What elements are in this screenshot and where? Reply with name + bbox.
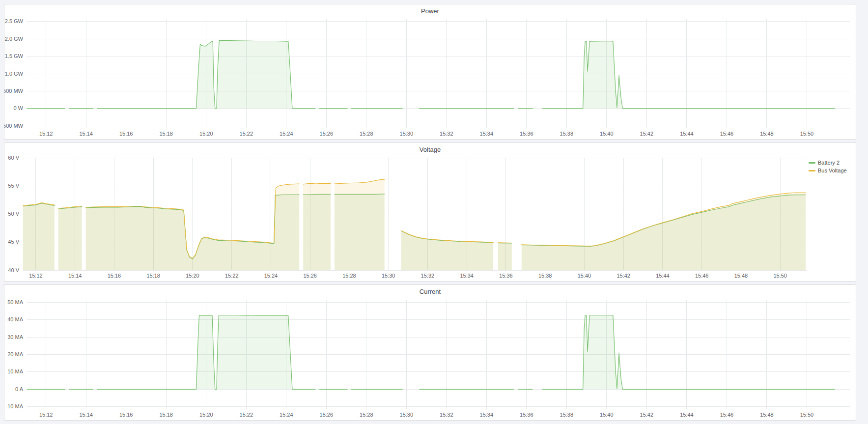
x-tick-label: 15:18 — [159, 412, 173, 418]
power-chart[interactable]: -500 MW0 W500 MW1.0 GW1.5 GW2.0 GW2.5 GW… — [4, 17, 856, 139]
x-tick-label: 15:46 — [720, 131, 734, 137]
chart-svg: -10 MA0 A10 MA20 MA30 MA40 MA50 MA15:121… — [4, 298, 856, 420]
y-tick-label: 1.5 GW — [5, 53, 24, 59]
x-tick-label: 15:20 — [199, 412, 213, 418]
legend-label-bus-voltage: Bus Voltage — [818, 168, 847, 173]
x-tick-label: 15:12 — [39, 412, 53, 418]
x-tick-label: 15:42 — [640, 412, 654, 418]
series-fill-bus-voltage — [58, 206, 82, 271]
x-tick-label: 15:18 — [146, 273, 160, 279]
y-tick-label: 50 V — [8, 211, 19, 217]
x-tick-label: 15:26 — [303, 273, 317, 279]
x-tick-label: 15:26 — [320, 131, 334, 137]
y-tick-label: 60 V — [8, 156, 19, 161]
x-tick-label: 15:22 — [240, 412, 253, 418]
legend-item-battery-2[interactable]: Battery 2 — [809, 160, 840, 166]
x-tick-label: 15:32 — [421, 273, 435, 279]
series-fill-power — [542, 41, 835, 109]
x-tick-label: 15:22 — [240, 131, 253, 137]
series-line-bus-voltage — [498, 243, 512, 243]
x-tick-label: 15:28 — [342, 273, 356, 279]
panel-power-title[interactable]: Power — [4, 4, 856, 17]
x-tick-label: 15:40 — [578, 273, 591, 279]
y-tick-label: -500 MW — [4, 123, 24, 129]
x-tick-label: 15:30 — [400, 412, 414, 418]
x-tick-label: 15:34 — [460, 273, 474, 279]
y-tick-label: 40 V — [8, 267, 19, 273]
x-tick-label: 15:26 — [320, 412, 334, 418]
x-tick-label: 15:16 — [119, 131, 133, 137]
x-tick-label: 15:30 — [382, 273, 395, 279]
series-fill-bus-voltage — [335, 179, 385, 270]
series-fill-bus-voltage — [522, 193, 806, 270]
panel-voltage: Voltage 40 V45 V50 V55 V60 V15:1215:1415… — [4, 142, 856, 282]
x-tick-label: 15:42 — [640, 131, 654, 137]
bus-voltage-series-swatch — [809, 170, 815, 171]
x-tick-label: 15:28 — [360, 131, 373, 137]
x-tick-label: 15:48 — [760, 412, 774, 418]
y-tick-label: 0 W — [13, 105, 23, 111]
x-tick-label: 15:40 — [600, 131, 614, 137]
y-tick-label: 50 MA — [7, 299, 23, 305]
y-tick-label: 2.5 GW — [5, 18, 24, 24]
y-tick-label: 45 V — [8, 239, 19, 245]
y-tick-label: -10 MA — [6, 403, 24, 409]
x-tick-label: 15:24 — [264, 273, 278, 279]
series-fill-current — [97, 315, 315, 390]
x-tick-label: 15:18 — [159, 131, 173, 137]
panel-current-body: -10 MA0 A10 MA20 MA30 MA40 MA50 MA15:121… — [4, 298, 856, 420]
x-tick-label: 15:36 — [520, 131, 533, 137]
panel-power: Power -500 MW0 W500 MW1.0 GW1.5 GW2.0 GW… — [4, 4, 856, 140]
x-tick-label: 15:36 — [499, 273, 513, 279]
voltage-legend: Battery 2 Bus Voltage — [809, 156, 856, 281]
legend-item-bus-voltage[interactable]: Bus Voltage — [809, 168, 847, 173]
chart-svg: -500 MW0 W500 MW1.0 GW1.5 GW2.0 GW2.5 GW… — [4, 17, 856, 139]
y-tick-label: 20 MA — [7, 351, 23, 357]
x-tick-label: 15:44 — [680, 412, 694, 418]
series-fill-bus-voltage — [303, 183, 331, 270]
x-tick-label: 15:14 — [79, 131, 93, 137]
x-tick-label: 15:50 — [800, 131, 814, 137]
x-tick-label: 15:40 — [600, 412, 614, 418]
series-fill-bus-voltage — [23, 203, 55, 270]
series-fill-current — [542, 315, 835, 390]
x-tick-label: 15:50 — [800, 412, 814, 418]
x-tick-label: 15:14 — [79, 412, 93, 418]
y-tick-label: 1.0 GW — [5, 71, 24, 77]
chart-svg: 40 V45 V50 V55 V60 V15:1215:1415:1615:18… — [4, 156, 809, 281]
x-tick-label: 15:48 — [760, 131, 774, 137]
panel-voltage-body: 40 V45 V50 V55 V60 V15:1215:1415:1615:18… — [4, 156, 856, 281]
panel-current-title[interactable]: Current — [4, 285, 856, 298]
x-tick-label: 15:20 — [199, 131, 213, 137]
x-tick-label: 15:50 — [773, 273, 787, 279]
dashboard: Power -500 MW0 W500 MW1.0 GW1.5 GW2.0 GW… — [0, 0, 860, 424]
y-tick-label: 40 MA — [7, 316, 23, 322]
y-tick-label: 2.0 GW — [5, 36, 24, 42]
x-tick-label: 15:38 — [560, 412, 574, 418]
y-tick-label: 10 MA — [7, 368, 23, 374]
x-tick-label: 15:16 — [108, 273, 121, 279]
y-tick-label: 0 A — [15, 386, 24, 392]
x-tick-label: 15:34 — [480, 131, 494, 137]
x-tick-label: 15:12 — [39, 131, 53, 137]
panel-power-body: -500 MW0 W500 MW1.0 GW1.5 GW2.0 GW2.5 GW… — [4, 17, 856, 139]
x-tick-label: 15:22 — [225, 273, 239, 279]
panel-current: Current -10 MA0 A10 MA20 MA30 MA40 MA50 … — [4, 284, 856, 421]
series-fill-power — [97, 40, 315, 109]
panel-voltage-title[interactable]: Voltage — [4, 143, 856, 156]
x-tick-label: 15:46 — [695, 273, 709, 279]
x-tick-label: 15:12 — [29, 273, 43, 279]
x-tick-label: 15:32 — [440, 412, 453, 418]
x-tick-label: 15:14 — [68, 273, 82, 279]
current-chart[interactable]: -10 MA0 A10 MA20 MA30 MA40 MA50 MA15:121… — [4, 298, 856, 420]
x-tick-label: 15:46 — [720, 412, 734, 418]
x-tick-label: 15:44 — [680, 131, 694, 137]
x-tick-label: 15:32 — [440, 131, 453, 137]
y-tick-label: 55 V — [8, 183, 19, 189]
battery-2-series-swatch — [809, 162, 815, 164]
x-tick-label: 15:30 — [400, 131, 414, 137]
x-tick-label: 15:16 — [119, 412, 133, 418]
x-tick-label: 15:20 — [186, 273, 199, 279]
legend-label-battery-2: Battery 2 — [818, 160, 840, 166]
voltage-chart[interactable]: 40 V45 V50 V55 V60 V15:1215:1415:1615:18… — [4, 156, 809, 281]
